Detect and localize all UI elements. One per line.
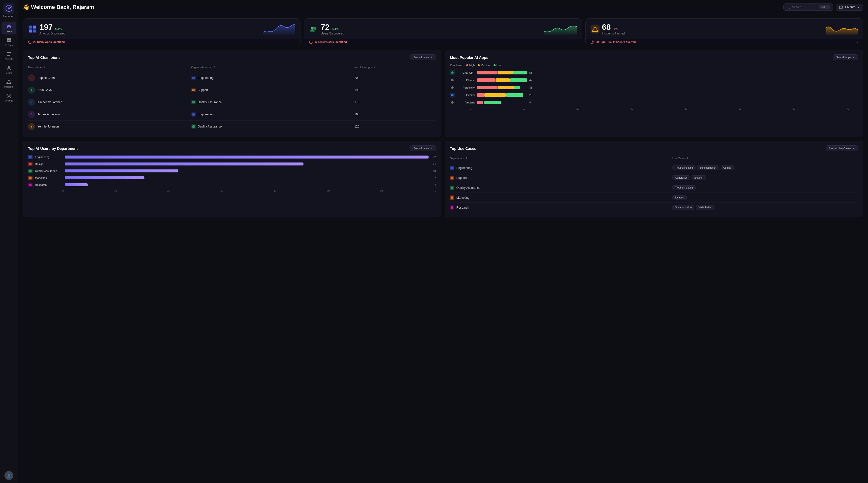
- svg-rect-22: [33, 30, 36, 32]
- app-icon: [450, 78, 455, 83]
- bar-low: [514, 86, 520, 89]
- user-avatar-icon: J: [28, 111, 35, 118]
- user-cell: A Arun Goyal: [28, 87, 191, 94]
- chevron-right-icon-4: [852, 147, 855, 150]
- sidebar-item-settings[interactable]: Settings: [1, 91, 17, 104]
- app-bars: [477, 78, 527, 82]
- use-case-tag: Summarization: [697, 165, 719, 170]
- dept-name: Research: [35, 183, 62, 186]
- svg-rect-55: [451, 167, 453, 169]
- dept-icon: [28, 169, 32, 173]
- prompt-count: 165: [354, 112, 436, 116]
- dept-icon: [28, 155, 32, 159]
- calendar-icon: [839, 5, 843, 9]
- sidebar-item-home[interactable]: Home: [1, 22, 17, 34]
- logo[interactable]: [3, 3, 14, 14]
- svg-rect-6: [7, 52, 11, 53]
- org-name: Quality Assurance: [198, 125, 222, 128]
- dept-label: Marketing: [450, 195, 673, 200]
- org-cell: Support: [191, 88, 354, 92]
- risky-apps-count: 26: [33, 40, 36, 43]
- use-case-tags: GenerationIdeation: [673, 175, 858, 180]
- legend-medium: Medium: [478, 64, 490, 67]
- dept-name: Marketing: [35, 176, 62, 180]
- dept-icon-uc: [450, 175, 454, 180]
- ai-apps-label: AI Apps Discovered: [39, 32, 65, 35]
- app-total: 33: [529, 86, 535, 89]
- users-change: +11%: [332, 27, 338, 30]
- risky-apps-text: Risky Apps Identified: [37, 40, 64, 43]
- svg-rect-52: [29, 170, 32, 172]
- legend-high: High: [466, 64, 475, 67]
- app-total: 42: [529, 78, 535, 82]
- stat-card-ai-apps: 197 +11% AI Apps Discovered: [23, 19, 301, 46]
- sidebar-item-label-incidents: Incidents: [4, 86, 13, 88]
- sidebar-item-users[interactable]: Users: [1, 63, 17, 76]
- org-icon: [191, 88, 196, 92]
- org-cell: Engineering: [191, 76, 354, 80]
- dept-icon-uc: [450, 205, 454, 210]
- ai-apps-change: +11%: [55, 27, 62, 30]
- svg-rect-20: [33, 26, 36, 29]
- apps-chart: Chat GPT 53 Claude 42 Perplexity 33: [450, 70, 858, 105]
- app-name: Perplexity: [457, 86, 475, 89]
- content-area: 197 +11% AI Apps Discovered: [18, 14, 868, 483]
- svg-point-47: [451, 86, 454, 89]
- see-all-use-cases-btn[interactable]: See all Use Cases: [826, 146, 858, 151]
- org-icon: [191, 100, 196, 104]
- dept-bar-wrap: [65, 156, 429, 159]
- user-name: Arun Goyal: [37, 88, 52, 92]
- dept-label: Research: [450, 205, 673, 210]
- user-name: Kimberley Lambert: [37, 100, 63, 104]
- org-icon: [191, 124, 196, 129]
- org-cell: Quality Assurance: [191, 100, 354, 104]
- app-bars: [477, 86, 527, 89]
- see-all-apps-btn[interactable]: See all apps: [833, 54, 858, 60]
- sidebar-item-prompts[interactable]: Prompts: [1, 50, 17, 62]
- svg-rect-54: [29, 184, 32, 186]
- bar-high: [477, 71, 498, 74]
- date-filter[interactable]: 1 Month: [836, 4, 863, 11]
- see-all-dept-users-btn[interactable]: See all users: [410, 146, 436, 151]
- incidents-footer[interactable]: 20 High-Risk Incidents Averted ›: [586, 38, 863, 46]
- table-row: A Arun Goyal Support 198: [28, 84, 436, 96]
- champions-table-header: User Name Organisation Unit No of Prompt…: [28, 64, 436, 71]
- dept-icon-uc: [450, 166, 454, 170]
- usecase-row: Marketing Ideation: [450, 193, 858, 203]
- sidebar-item-ai-apps[interactable]: AI Apps: [1, 35, 17, 49]
- dept-users-title: Top AI Users by Department: [28, 147, 78, 151]
- dept-users-panel: Top AI Users by Department See all users…: [23, 141, 441, 217]
- org-name: Quality Assurance: [198, 100, 222, 104]
- user-cell: J James Anderson: [28, 111, 191, 118]
- chevron-right-icon-3: [430, 147, 433, 150]
- use-case-tags: TroubleshootingSummarizationCoding: [673, 165, 858, 170]
- apps-chart-axis: 010203040506070: [450, 107, 858, 110]
- user-name: James Anderson: [37, 112, 60, 116]
- popular-apps-title: Most Popular AI Apps: [450, 55, 488, 60]
- app-bars: [477, 71, 527, 74]
- dept-icon-uc: [450, 186, 454, 190]
- table-row: J James Anderson Engineering 165: [28, 108, 436, 121]
- svg-point-32: [311, 43, 311, 43]
- svg-rect-42: [192, 101, 195, 103]
- search-shortcut: Ctrl + /: [819, 5, 830, 9]
- users-footer[interactable]: 12 Risky Users Identified ›: [304, 38, 581, 46]
- svg-rect-40: [192, 77, 195, 79]
- ai-apps-footer[interactable]: 26 Risky Apps Identified ›: [23, 38, 300, 46]
- user-avatar[interactable]: 👤: [4, 471, 13, 480]
- bar-medium: [484, 93, 506, 97]
- bar-high: [477, 86, 498, 89]
- svg-rect-44: [192, 125, 195, 128]
- user-cell: K Kimberley Lambert: [28, 99, 191, 106]
- see-all-users-btn[interactable]: See all users: [410, 54, 436, 60]
- prompt-count: 203: [354, 76, 436, 79]
- dept-bar-wrap: [65, 183, 429, 186]
- sidebar-item-incidents[interactable]: Incidents: [1, 77, 17, 90]
- dept-chart: Engineering 32 Design 21 Quality Assuran…: [28, 155, 436, 187]
- warning-icon: [28, 40, 32, 44]
- svg-point-28: [314, 27, 316, 29]
- app-row: Chat GPT 53: [450, 70, 858, 75]
- search-box[interactable]: Search Ctrl + /: [783, 3, 833, 11]
- app-name: Claude: [457, 78, 475, 82]
- use-case-tags: SummarizationWeb Surfing: [673, 205, 858, 210]
